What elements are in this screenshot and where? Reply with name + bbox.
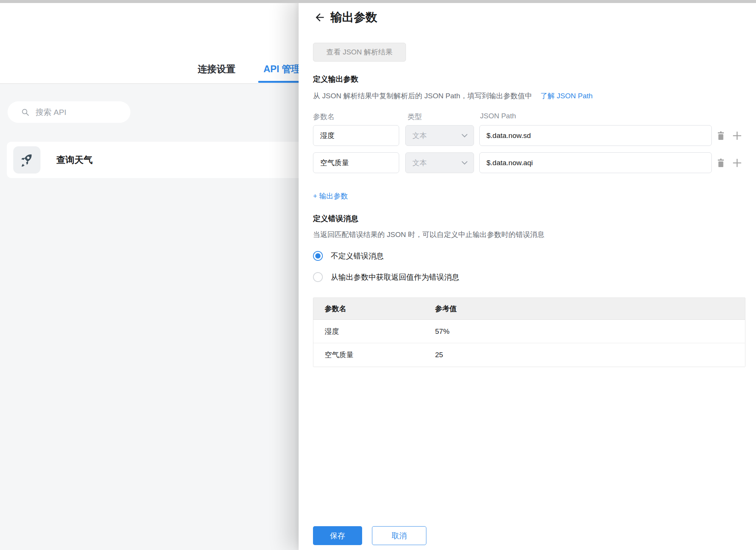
- table-row: 空气质量 25: [313, 343, 745, 367]
- output-params-heading: 定义输出参数: [313, 74, 358, 84]
- table-cell-value: 57%: [435, 327, 745, 336]
- trash-icon: [717, 131, 725, 140]
- column-label-type: 类型: [407, 112, 422, 122]
- add-param-inline-button[interactable]: [732, 158, 742, 168]
- radio-selected-icon[interactable]: [313, 251, 323, 261]
- output-params-drawer: 输出参数 查看 JSON 解析结果 定义输出参数 从 JSON 解析结果中复制解…: [299, 0, 756, 550]
- api-search-box[interactable]: [8, 101, 130, 123]
- description-text: 从 JSON 解析结果中复制解析后的 JSON Path，填写到输出参数值中: [313, 92, 532, 100]
- table-header-value: 参考值: [435, 304, 745, 314]
- back-button[interactable]: [312, 10, 327, 25]
- param-row: 文本: [299, 125, 756, 146]
- plus-icon: [732, 131, 742, 141]
- chevron-down-icon: [462, 161, 468, 165]
- chevron-down-icon: [462, 134, 468, 138]
- save-button[interactable]: 保存: [313, 526, 362, 545]
- param-type-value: 文本: [412, 158, 427, 168]
- api-name: 查询天气: [56, 154, 93, 166]
- param-type-select[interactable]: 文本: [405, 152, 474, 173]
- radio-label: 不定义错误消息: [331, 251, 384, 261]
- search-input[interactable]: [36, 108, 122, 117]
- json-path-input[interactable]: [479, 152, 712, 173]
- table-cell-value: 25: [435, 351, 745, 359]
- param-type-value: 文本: [412, 131, 427, 141]
- radio-label: 从输出参数中获取返回值作为错误消息: [331, 272, 459, 282]
- table-cell-name: 空气质量: [313, 350, 435, 360]
- delete-param-button[interactable]: [716, 130, 726, 141]
- rocket-icon: [18, 151, 36, 169]
- error-message-description: 当返回匹配错误结果的 JSON 时，可以自定义中止输出参数时的错误消息: [313, 230, 544, 240]
- search-icon: [21, 108, 29, 116]
- add-output-param-link[interactable]: + 输出参数: [313, 191, 348, 201]
- active-tab-underline: [258, 81, 299, 83]
- column-label-name: 参数名: [313, 112, 335, 122]
- trash-icon: [717, 158, 725, 167]
- radio-no-error-message[interactable]: 不定义错误消息: [313, 251, 384, 261]
- tabbar: 连接设置 API 管理(: [0, 3, 299, 84]
- param-type-select[interactable]: 文本: [405, 125, 474, 146]
- table-row: 湿度 57%: [313, 320, 745, 343]
- delete-param-button[interactable]: [716, 158, 726, 168]
- error-message-heading: 定义错误消息: [313, 214, 358, 224]
- param-name-input[interactable]: [313, 152, 399, 173]
- reference-value-table: 参数名 参考值 湿度 57% 空气质量 25: [313, 297, 745, 367]
- json-path-input[interactable]: [479, 125, 712, 146]
- api-list-item[interactable]: 查询天气: [7, 142, 299, 178]
- table-header-row: 参数名 参考值: [313, 298, 745, 320]
- param-name-input[interactable]: [313, 125, 399, 146]
- arrow-left-icon: [314, 11, 326, 23]
- api-management-page: 连接设置 API 管理( 查询天气: [0, 3, 299, 550]
- tab-connection-settings[interactable]: 连接设置: [198, 63, 235, 84]
- table-header-name: 参数名: [313, 304, 435, 314]
- api-icon-tile: [13, 146, 40, 174]
- learn-json-path-link[interactable]: 了解 JSON Path: [541, 92, 593, 100]
- view-json-result-button[interactable]: 查看 JSON 解析结果: [313, 43, 406, 62]
- param-row: 文本: [299, 152, 756, 173]
- column-label-json-path: JSON Path: [480, 112, 516, 120]
- window-top-strip: [0, 0, 756, 3]
- output-params-description: 从 JSON 解析结果中复制解析后的 JSON Path，填写到输出参数值中了解…: [313, 91, 593, 101]
- cancel-button[interactable]: 取消: [372, 526, 426, 545]
- add-param-inline-button[interactable]: [732, 130, 742, 141]
- plus-icon: [732, 158, 742, 168]
- radio-error-from-output[interactable]: 从输出参数中获取返回值作为错误消息: [313, 272, 459, 282]
- table-cell-name: 湿度: [313, 327, 435, 336]
- drawer-title: 输出参数: [330, 9, 377, 25]
- radio-unselected-icon[interactable]: [313, 272, 323, 282]
